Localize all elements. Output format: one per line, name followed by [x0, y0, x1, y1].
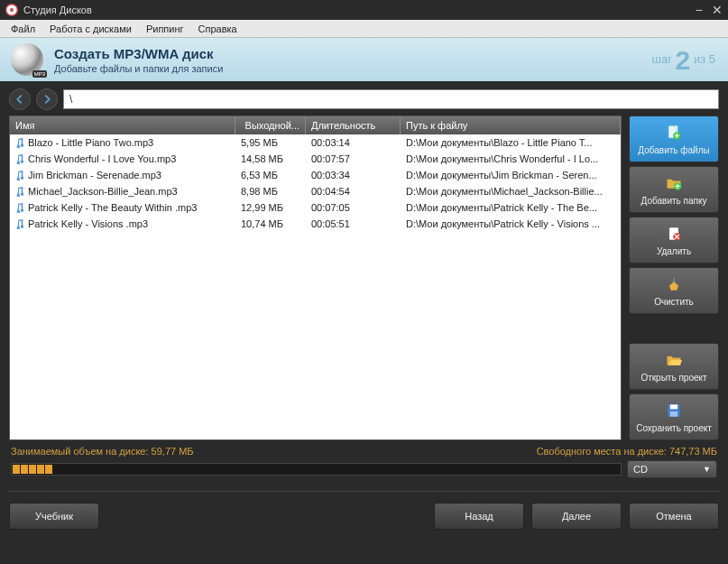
- file-size: 14,58 МБ: [235, 153, 306, 164]
- col-header-name[interactable]: Имя: [10, 116, 235, 134]
- step-indicator: шаг 2 из 5: [652, 45, 715, 76]
- status-row: Занимаемый объем на диске: 59,77 МБ Своб…: [9, 440, 719, 458]
- header-band: MP3 Создать MP3/WMA диск Добавьте файлы …: [0, 38, 728, 81]
- col-header-duration[interactable]: Длительность: [306, 116, 401, 134]
- table-row[interactable]: Chris Wonderful - I Love You.mp314,58 МБ…: [10, 151, 621, 167]
- col-header-path[interactable]: Путь к файлу: [401, 116, 621, 134]
- svg-rect-10: [670, 411, 677, 416]
- page-title: Создать MP3/WMA диск: [54, 46, 223, 61]
- file-duration: 00:03:14: [306, 137, 401, 148]
- add-folder-button[interactable]: Добавить папку: [629, 166, 719, 213]
- menu-file[interactable]: Файл: [4, 22, 42, 36]
- file-path: D:\Мои документы\Michael_Jackson-Billie.…: [401, 186, 621, 197]
- file-duration: 00:07:57: [306, 153, 401, 164]
- file-list: Имя Выходной... Длительность Путь к файл…: [9, 116, 622, 440]
- save-project-button[interactable]: Сохранить проект: [629, 393, 719, 440]
- file-name: Blazo - Little Piano Two.mp3: [28, 137, 153, 148]
- table-row[interactable]: Jim Brickman - Serenade.mp36,53 МБ00:03:…: [10, 167, 621, 183]
- svg-point-1: [10, 8, 14, 12]
- file-size: 12,99 МБ: [235, 202, 306, 213]
- menu-discs[interactable]: Работа с дисками: [42, 22, 139, 36]
- file-path: D:\Мои документы\Patrick Kelly - The Be.…: [401, 202, 621, 213]
- open-project-button[interactable]: Открыть проект: [629, 343, 719, 390]
- page-subtitle: Добавьте файлы и папки для записи: [54, 63, 223, 74]
- nav-back-button[interactable]: [9, 88, 31, 110]
- file-size: 10,74 МБ: [235, 218, 306, 229]
- path-input[interactable]: [63, 89, 719, 109]
- titlebar: Студия Дисков − ✕: [0, 0, 728, 20]
- table-row[interactable]: Patrick Kelly - The Beauty Within .mp312…: [10, 199, 621, 216]
- disc-icon: MP3: [11, 43, 43, 76]
- file-name: Jim Brickman - Serenade.mp3: [28, 170, 161, 180]
- delete-button[interactable]: Удалить: [629, 217, 719, 264]
- file-path: D:\Мои документы\Blazo - Little Piano T.…: [401, 137, 621, 148]
- next-button[interactable]: Далее: [531, 503, 622, 530]
- menubar: Файл Работа с дисками Риппинг Справка: [0, 20, 728, 38]
- file-list-header: Имя Выходной... Длительность Путь к файл…: [10, 116, 621, 134]
- file-duration: 00:04:54: [306, 186, 401, 197]
- minimize-button[interactable]: −: [696, 3, 703, 17]
- file-duration: 00:07:05: [306, 202, 401, 213]
- disc-badge: MP3: [32, 70, 47, 78]
- file-name: Patrick Kelly - Visions .mp3: [28, 218, 148, 229]
- file-path: D:\Мои документы\Chris Wonderful - I Lo.…: [401, 153, 621, 164]
- file-duration: 00:05:51: [306, 218, 401, 229]
- file-path: D:\Мои документы\Jim Brickman - Seren...: [401, 170, 621, 180]
- status-used: Занимаемый объем на диске: 59,77 МБ: [11, 446, 194, 457]
- file-name: Chris Wonderful - I Love You.mp3: [28, 153, 176, 164]
- table-row[interactable]: Patrick Kelly - Visions .mp310,74 МБ00:0…: [10, 216, 621, 232]
- svg-rect-7: [673, 278, 675, 282]
- disc-type-select[interactable]: CD ▼: [627, 460, 717, 478]
- tutorial-button[interactable]: Учебник: [9, 503, 99, 530]
- status-free: Свободного места на диске: 747,73 МБ: [537, 446, 717, 457]
- app-icon: [5, 4, 18, 16]
- clear-button[interactable]: Очистить: [629, 267, 719, 314]
- col-header-size[interactable]: Выходной...: [235, 116, 306, 134]
- file-name: Patrick Kelly - The Beauty Within .mp3: [28, 202, 197, 213]
- file-name: Michael_Jackson-Billie_Jean.mp3: [28, 186, 178, 197]
- menu-ripping[interactable]: Риппинг: [139, 22, 191, 36]
- table-row[interactable]: Michael_Jackson-Billie_Jean.mp38,98 МБ00…: [10, 183, 621, 199]
- space-meter: [11, 463, 622, 476]
- file-duration: 00:03:34: [306, 170, 401, 180]
- file-path: D:\Мои документы\Patrick Kelly - Visions…: [401, 218, 621, 229]
- chevron-down-icon: ▼: [703, 465, 711, 474]
- menu-help[interactable]: Справка: [191, 22, 244, 36]
- file-size: 6,53 МБ: [235, 170, 306, 180]
- close-button[interactable]: ✕: [712, 3, 723, 17]
- table-row[interactable]: Blazo - Little Piano Two.mp35,95 МБ00:03…: [10, 134, 621, 151]
- window-title: Студия Дисков: [23, 5, 92, 15]
- add-files-button[interactable]: Добавить файлы: [629, 116, 719, 162]
- nav-forward-button[interactable]: [36, 88, 58, 110]
- file-size: 5,95 МБ: [235, 137, 306, 148]
- back-button[interactable]: Назад: [434, 503, 524, 530]
- file-size: 8,98 МБ: [235, 186, 306, 197]
- cancel-button[interactable]: Отмена: [629, 503, 719, 530]
- svg-rect-9: [670, 404, 677, 409]
